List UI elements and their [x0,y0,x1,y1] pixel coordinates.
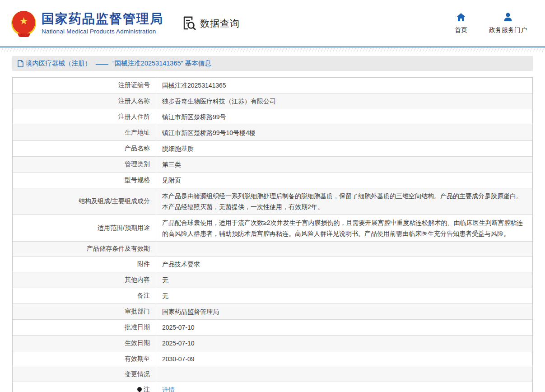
row-label: 适用范围/预期用途 [13,215,156,241]
row-value: 第三类 [156,157,532,172]
table-row: 审批部门国家药品监督管理局 [13,304,532,320]
row-label: 产品名称 [13,141,156,156]
row-label-text: 其他内容 [125,276,150,284]
decorative-hatch-strip [0,47,545,52]
row-label-text: 适用范围/预期用途 [98,224,150,232]
home-icon [456,13,466,23]
row-label-text: 产品储存条件及有效期 [87,245,150,253]
registration-detail-table: 注册证编号国械注准20253141365注册人名称独步吾奇生物医疗科技（江苏）有… [12,77,533,392]
row-label-text: 结构及组成/主要组成成分 [79,197,150,205]
page-title: 数据查询 [200,17,240,30]
row-value: 本产品是由猪源组织经一系列脱细胞处理后制备的脱细胞基质，保留了细胞外基质的三维空… [156,188,532,215]
row-label: 注册人名称 [13,93,156,109]
row-label-text: 注册证编号 [118,81,150,89]
user-icon [503,13,513,23]
bulb-icon [137,387,142,392]
row-value: 2025-07-10 [156,336,532,351]
row-label: 其他内容 [13,272,156,288]
row-value: 2025-07-10 [156,320,532,335]
table-row: 结构及组成/主要组成成分本产品是由猪源组织经一系列脱细胞处理后制备的脱细胞基质，… [13,188,532,215]
row-label-text: 有效期至 [125,355,150,363]
file-icon [18,60,26,67]
row-label-text: 生效日期 [125,339,150,347]
row-label: 生产地址 [13,125,156,140]
row-value [156,242,532,256]
table-row: 生效日期2025-07-10 [13,336,532,351]
breadcrumb: 境内医疗器械（注册） —— “国械注准20253141365” 基本信息 [12,56,533,71]
row-value: 国械注准20253141365 [156,78,532,93]
row-label: 批准日期 [13,320,156,335]
header-nav: 首页 政务服务门户 [455,13,545,34]
row-label-text: 备注 [137,292,150,300]
table-row: 适用范围/预期用途产品配合球囊使用，适用于流产次数≥2次并发生子宫内膜损伤的，且… [13,215,532,242]
emblem-star-icon: ★ [19,16,28,26]
table-row: 批准日期2025-07-10 [13,320,532,336]
nav-gov-portal[interactable]: 政务服务门户 [489,13,527,34]
breadcrumb-category[interactable]: 境内医疗器械（注册） [26,59,91,68]
table-row: 管理类别第三类 [13,157,532,173]
row-label-text: 批准日期 [125,323,150,331]
table-row: 变更情况 [13,367,532,382]
table-row: 注册证编号国械注准20253141365 [13,78,532,93]
row-value: 无 [156,272,532,288]
row-label: 变更情况 [13,367,156,382]
table-row: 注册人住所镇江市新区楚桥路99号 [13,109,532,125]
table-row: 附件产品技术要求 [13,257,532,272]
breadcrumb-current: “国械注准20253141365” 基本信息 [112,59,211,68]
table-row: 产品储存条件及有效期 [13,242,532,257]
row-value: 见附页 [156,173,532,188]
row-label-text: 附件 [137,260,150,268]
row-label: 型号规格 [13,173,156,188]
row-label: 注 [13,382,156,392]
row-label: 备注 [13,288,156,303]
row-label: 审批部门 [13,304,156,319]
row-value: 国家药品监督管理局 [156,304,532,319]
row-label: 附件 [13,257,156,272]
row-value [156,367,532,382]
site-header: ★ 国家药品监督管理局 National Medical Products Ad… [0,0,545,47]
org-name-en: National Medical Products Administration [42,28,163,35]
nav-home[interactable]: 首页 [455,13,467,34]
table-row: 生产地址镇江市新区楚桥路99号10号楼4楼 [13,125,532,141]
table-row: 注册人名称独步吾奇生物医疗科技（江苏）有限公司 [13,93,532,109]
row-label-text: 注册人名称 [118,97,150,105]
row-label-text: 产品名称 [125,145,150,153]
row-label: 有效期至 [13,351,156,367]
row-value: 镇江市新区楚桥路99号 [156,109,532,125]
org-name-cn: 国家药品监督管理局 [42,12,163,26]
nav-home-label: 首页 [455,26,467,34]
table-row: 备注无 [13,288,532,304]
document-search-icon [182,16,197,31]
detail-link[interactable]: 详情 [162,384,175,392]
row-label-text: 审批部门 [125,308,150,316]
row-label: 生效日期 [13,336,156,351]
org-identity: 国家药品监督管理局 National Medical Products Admi… [42,12,163,34]
table-row: 其他内容无 [13,272,532,288]
row-value: 无 [156,288,532,303]
row-value: 产品配合球囊使用，适用于流产次数≥2次并发生子宫内膜损伤的，且需要开展宫腔中重度… [156,215,532,241]
row-label: 管理类别 [13,157,156,172]
row-label-text: 注册人住所 [118,113,150,121]
data-query-heading: 数据查询 [182,16,240,31]
row-label: 产品储存条件及有效期 [13,242,156,256]
table-row: 产品名称脱细胞基质 [13,141,532,157]
row-value: 独步吾奇生物医疗科技（江苏）有限公司 [156,93,532,109]
row-label-text: 注 [144,386,150,392]
nav-portal-label: 政务服务门户 [489,26,527,34]
table-row: 有效期至2030-07-09 [13,351,532,367]
row-value: 镇江市新区楚桥路99号10号楼4楼 [156,125,532,140]
national-emblem-logo: ★ [11,11,36,36]
row-value: 2030-07-09 [156,351,532,367]
row-label: 注册证编号 [13,78,156,93]
row-label-text: 型号规格 [125,176,150,184]
row-label: 结构及组成/主要组成成分 [13,188,156,215]
row-value: 脱细胞基质 [156,141,532,156]
row-label: 注册人住所 [13,109,156,125]
row-value: 详情 [156,382,532,392]
row-value: 产品技术要求 [156,257,532,272]
table-row: 注详情 [13,382,532,392]
row-label-text: 变更情况 [125,370,150,378]
table-row: 型号规格见附页 [13,173,532,188]
row-label-text: 生产地址 [125,129,150,137]
row-label-text: 管理类别 [125,160,150,168]
